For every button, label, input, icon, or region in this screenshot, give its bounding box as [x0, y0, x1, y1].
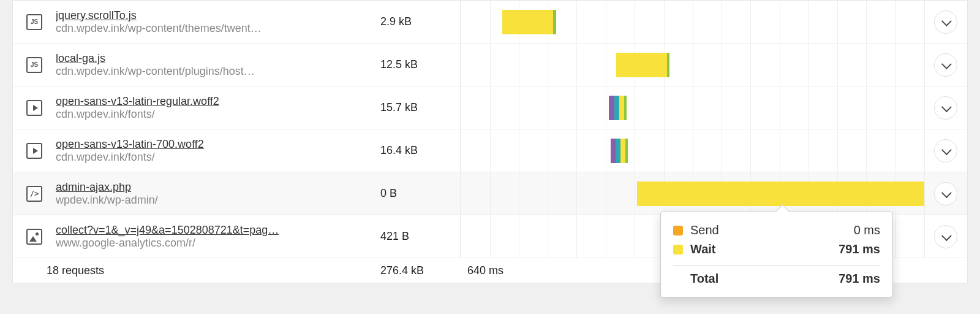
timing-bar-purple — [609, 96, 614, 120]
waterfall-cell[interactable] — [460, 172, 924, 215]
timing-bar-green — [667, 53, 670, 77]
swatch-send — [673, 226, 683, 236]
summary-time: 640 ms — [460, 264, 503, 277]
request-size: 12.5 kB — [380, 58, 460, 71]
timing-bar-teal — [614, 96, 619, 120]
tooltip-wait-value: 791 ms — [839, 242, 880, 256]
request-name[interactable]: jquery.scrollTo.js — [56, 9, 374, 22]
request-size: 2.9 kB — [380, 15, 460, 28]
request-name[interactable]: local-ga.js — [56, 52, 374, 65]
expand-button[interactable] — [934, 96, 957, 120]
expand-button[interactable] — [934, 225, 957, 248]
chevron-down-icon — [941, 59, 952, 69]
timing-bar-yellow — [620, 139, 625, 163]
expand-button[interactable] — [934, 53, 957, 77]
js-file-icon: JS — [26, 14, 42, 30]
summary-size: 276.4 kB — [380, 264, 460, 277]
request-row[interactable]: open-sans-v13-latin-regular.woff2cdn.wpd… — [13, 86, 967, 129]
request-name[interactable]: open-sans-v13-latin-regular.woff2 — [56, 95, 374, 108]
waterfall-cell[interactable] — [460, 1, 924, 43]
waterfall-cell[interactable] — [460, 44, 924, 86]
expand-button[interactable] — [934, 10, 957, 34]
chevron-down-icon — [941, 16, 952, 26]
request-path: www.google-analytics.com/r/ — [56, 237, 374, 250]
timing-bar-green — [625, 139, 628, 163]
network-waterfall-panel: JSjquery.scrollTo.jscdn.wpdev.ink/wp-con… — [12, 0, 968, 283]
timing-bar-yellow — [502, 10, 553, 34]
request-size: 16.4 kB — [380, 144, 460, 157]
font-file-icon — [26, 100, 42, 116]
request-path: cdn.wpdev.ink/wp-content/plugins/host… — [56, 65, 374, 78]
chevron-down-icon — [941, 188, 952, 198]
tooltip-total-label: Total — [690, 272, 839, 286]
request-row[interactable]: JSlocal-ga.jscdn.wpdev.ink/wp-content/pl… — [13, 44, 967, 86]
timing-bar-yellow — [619, 96, 624, 120]
tooltip-wait-label: Wait — [690, 242, 839, 256]
request-path: cdn.wpdev.ink/wp-content/themes/twent… — [56, 22, 374, 35]
summary-requests: 18 requests — [13, 264, 380, 277]
request-size: 0 B — [380, 187, 460, 200]
timing-tooltip: Send 0 ms Wait 791 ms Total 791 ms — [660, 212, 893, 297]
request-row[interactable]: open-sans-v13-latin-700.woff2cdn.wpdev.i… — [13, 129, 967, 172]
request-path: cdn.wpdev.ink/fonts/ — [56, 151, 374, 164]
tooltip-total-value: 791 ms — [839, 272, 880, 286]
waterfall-cell[interactable] — [460, 129, 924, 172]
request-name[interactable]: admin-ajax.php — [56, 181, 374, 194]
chevron-down-icon — [941, 145, 952, 155]
expand-button[interactable] — [934, 139, 957, 163]
request-size: 421 B — [380, 230, 460, 243]
chevron-down-icon — [941, 231, 952, 241]
timing-bar-green — [624, 96, 627, 120]
request-name[interactable]: collect?v=1&_v=j49&a=1502808721&t=pag… — [56, 224, 374, 237]
chevron-down-icon — [941, 102, 952, 112]
request-path: wpdev.ink/wp-admin/ — [56, 194, 374, 207]
swatch-wait — [673, 245, 683, 255]
tooltip-send-value: 0 ms — [854, 223, 880, 237]
image-file-icon — [26, 229, 42, 245]
waterfall-cell[interactable] — [460, 86, 924, 129]
timing-bar-yellow — [616, 53, 667, 77]
font-file-icon — [26, 143, 42, 159]
tooltip-send-label: Send — [690, 223, 854, 237]
code-file-icon — [26, 186, 42, 202]
timing-bar-green — [553, 10, 556, 34]
expand-button[interactable] — [934, 182, 957, 205]
request-name[interactable]: open-sans-v13-latin-700.woff2 — [56, 138, 374, 151]
js-file-icon: JS — [26, 57, 42, 73]
timing-bar-purple — [611, 139, 616, 163]
request-row[interactable]: JSjquery.scrollTo.jscdn.wpdev.ink/wp-con… — [13, 1, 967, 44]
timing-bar-yellow — [637, 182, 924, 206]
request-path: cdn.wpdev.ink/fonts/ — [56, 108, 374, 121]
timing-bar-teal — [616, 139, 620, 163]
request-size: 15.7 kB — [380, 101, 460, 114]
request-row[interactable]: admin-ajax.phpwpdev.ink/wp-admin/0 B — [13, 172, 967, 215]
